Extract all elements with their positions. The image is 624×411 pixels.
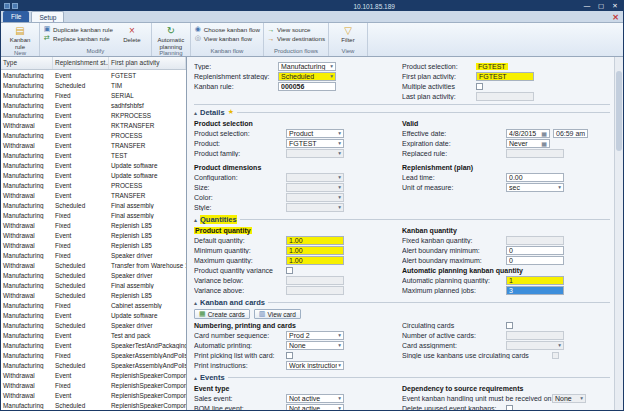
field-input[interactable]: ▾ bbox=[286, 193, 344, 202]
table-row[interactable]: ManufacturingScheduledTIM bbox=[1, 80, 186, 90]
table-row[interactable]: WithdrawalEventTRANSFER bbox=[1, 140, 186, 150]
dropdown-arrow-icon[interactable]: ▾ bbox=[338, 342, 341, 348]
table-row[interactable]: WithdrawalScheduledReplenish L85 bbox=[1, 290, 186, 300]
field-input[interactable]: Scheduled▾ bbox=[278, 72, 336, 81]
checkbox[interactable] bbox=[286, 267, 293, 274]
table-row[interactable]: ManufacturingScheduledSpeakerAssemblyAnd… bbox=[1, 360, 186, 370]
dropdown-arrow-icon[interactable]: ▾ bbox=[338, 395, 341, 401]
field-input[interactable]: Never▦ bbox=[506, 139, 550, 148]
form-scrollbar[interactable] bbox=[614, 57, 623, 410]
table-row[interactable]: ManufacturingEventUpdate software bbox=[1, 170, 186, 180]
table-row[interactable]: ManufacturingScheduledReplenishSpeakerCo… bbox=[1, 400, 186, 410]
maximize-button[interactable]: ▢ bbox=[596, 2, 606, 10]
calendar-icon[interactable]: ▦ bbox=[541, 130, 547, 137]
checkbox[interactable] bbox=[552, 352, 559, 359]
table-row[interactable]: ManufacturingEventFGTEST bbox=[1, 70, 186, 80]
dropdown-arrow-icon[interactable]: ▾ bbox=[338, 130, 341, 136]
tab-file[interactable]: File bbox=[3, 11, 29, 22]
table-row[interactable]: ManufacturingScheduledSpeaker driver bbox=[1, 270, 186, 280]
table-row[interactable]: ManufacturingEventRKPROCESS bbox=[1, 110, 186, 120]
field-input[interactable]: Not active▾ bbox=[286, 404, 344, 411]
field-input[interactable]: 0.00 bbox=[506, 173, 564, 182]
dropdown-arrow-icon[interactable]: ▾ bbox=[330, 63, 333, 69]
minimize-button[interactable]: — bbox=[582, 2, 592, 10]
table-row[interactable]: WithdrawalEventRKTRANSFER bbox=[1, 120, 186, 130]
field-input[interactable]: Prod 2▾ bbox=[286, 331, 344, 340]
dropdown-arrow-icon[interactable]: ▾ bbox=[558, 184, 561, 190]
checkbox[interactable] bbox=[506, 322, 513, 329]
table-row[interactable]: WithdrawalEventReplenish L85 bbox=[1, 230, 186, 240]
field-input[interactable]: FGTEST▾ bbox=[286, 139, 344, 148]
table-row[interactable]: ManufacturingScheduledFinal assembly bbox=[1, 280, 186, 290]
table-row[interactable]: ManufacturingFixedCabinet assembly bbox=[1, 300, 186, 310]
field-input[interactable]: Product▾ bbox=[286, 129, 344, 138]
field-input[interactable] bbox=[286, 286, 344, 295]
field-input[interactable] bbox=[286, 276, 344, 285]
close-form-icon[interactable]: ✕ bbox=[612, 13, 621, 22]
ribbon-button-automatic-planning[interactable]: ↻Automatic planning bbox=[155, 24, 187, 50]
dropdown-arrow-icon[interactable]: ▾ bbox=[338, 362, 341, 368]
ribbon-button-filter[interactable]: ▽Filter bbox=[332, 24, 364, 44]
field-input[interactable] bbox=[506, 331, 564, 340]
table-row[interactable]: WithdrawalFixedReplenishSpeakerComponent… bbox=[1, 380, 186, 390]
field-input[interactable]: 0 bbox=[506, 256, 564, 265]
field-input[interactable]: FGTEST bbox=[476, 72, 534, 81]
table-row[interactable]: WithdrawalFixedReplenish L85 bbox=[1, 220, 186, 230]
field-input[interactable]: 1.00 bbox=[286, 256, 344, 265]
table-row[interactable]: ManufacturingFixedSpeakerAssemblyAndPoli… bbox=[1, 350, 186, 360]
field-input[interactable]: None▾ bbox=[552, 394, 586, 403]
ribbon-button-choose-kanban-flow[interactable]: ◉Choose kanban flow bbox=[194, 25, 260, 33]
ribbon-button-view-kanban-flow[interactable]: ◎View kanban flow bbox=[194, 34, 260, 42]
scrollbar-thumb[interactable] bbox=[616, 71, 622, 151]
table-row[interactable]: ManufacturingFixedSERIAL bbox=[1, 90, 186, 100]
table-row[interactable]: ManufacturingEventTest and pack bbox=[1, 330, 186, 340]
grid-column-header-type[interactable]: Type bbox=[1, 57, 53, 69]
table-row[interactable]: ManufacturingEventSpeakerTestAndPackagin… bbox=[1, 340, 186, 350]
button-view-card[interactable]: ▥View card bbox=[254, 309, 301, 319]
checkbox[interactable] bbox=[476, 83, 483, 90]
field-input[interactable]: 1.00 bbox=[286, 246, 344, 255]
dropdown-arrow-icon[interactable]: ▾ bbox=[338, 332, 341, 338]
dropdown-arrow-icon[interactable]: ▾ bbox=[338, 194, 341, 200]
table-row[interactable]: WithdrawalEventReplenishSpeakerComponent… bbox=[1, 370, 186, 380]
table-row[interactable]: WithdrawalEventReplenishSpeakerComponent… bbox=[1, 390, 186, 400]
ribbon-button-replace-kanban-rule[interactable]: ⇄Replace kanban rule bbox=[43, 34, 113, 42]
table-row[interactable]: ManufacturingScheduledSpeaker driver bbox=[1, 320, 186, 330]
ribbon-button-view-source[interactable]: →View source bbox=[267, 25, 325, 33]
button-create-cards[interactable]: ▦Create cards bbox=[194, 309, 250, 319]
section-header-events[interactable]: ▴ Events bbox=[194, 371, 610, 383]
ribbon-button-delete[interactable]: ×Delete bbox=[116, 24, 148, 44]
dropdown-arrow-icon[interactable]: ▾ bbox=[558, 342, 561, 348]
ribbon-button-duplicate-kanban-rule[interactable]: ▣Duplicate kanban rule bbox=[43, 25, 113, 33]
table-row[interactable]: WithdrawalEventTRANSFER bbox=[1, 190, 186, 200]
field-input[interactable]: ▾ bbox=[286, 173, 344, 182]
table-row[interactable]: WithdrawalScheduledTransfer from Warehou… bbox=[1, 260, 186, 270]
field-input[interactable]: 3 bbox=[506, 286, 564, 295]
field-input[interactable] bbox=[506, 149, 564, 158]
grid-column-header-replenishment-st[interactable]: Replenishment st... bbox=[53, 57, 109, 69]
table-row[interactable]: ManufacturingEventTEST bbox=[1, 150, 186, 160]
dropdown-arrow-icon[interactable]: ▾ bbox=[338, 204, 341, 210]
field-input[interactable]: 1 bbox=[506, 276, 564, 285]
field-input[interactable]: ▾ bbox=[286, 203, 344, 212]
field-input[interactable]: Not active▾ bbox=[286, 394, 344, 403]
field-input[interactable]: Work instructions▾ bbox=[286, 361, 344, 370]
ribbon-button-kanban-rule[interactable]: ▤Kanban rule bbox=[4, 24, 36, 50]
grid-column-header-first-plan-activity[interactable]: First plan activity bbox=[109, 57, 186, 69]
field-input[interactable]: ▾ bbox=[286, 183, 344, 192]
dropdown-arrow-icon[interactable]: ▾ bbox=[338, 184, 341, 190]
field-input[interactable]: Manufacturing▾ bbox=[278, 62, 336, 71]
field-input[interactable]: 000056 bbox=[278, 82, 336, 91]
table-row[interactable]: ManufacturingEventPROCESS bbox=[1, 130, 186, 140]
field-input[interactable]: ▾ bbox=[286, 149, 344, 158]
table-row[interactable]: ManufacturingEventsadhfshbfsf bbox=[1, 100, 186, 110]
dropdown-arrow-icon[interactable]: ▾ bbox=[330, 73, 333, 79]
dropdown-arrow-icon[interactable]: ▾ bbox=[580, 395, 583, 401]
checkbox[interactable] bbox=[506, 405, 513, 411]
checkbox[interactable] bbox=[286, 352, 293, 359]
table-row[interactable]: ManufacturingEventPROCESS bbox=[1, 180, 186, 190]
dropdown-arrow-icon[interactable]: ▾ bbox=[338, 150, 341, 156]
field-input[interactable]: 0 bbox=[506, 246, 564, 255]
close-button[interactable]: ✕ bbox=[610, 2, 620, 10]
tab-setup[interactable]: Setup bbox=[31, 11, 64, 22]
